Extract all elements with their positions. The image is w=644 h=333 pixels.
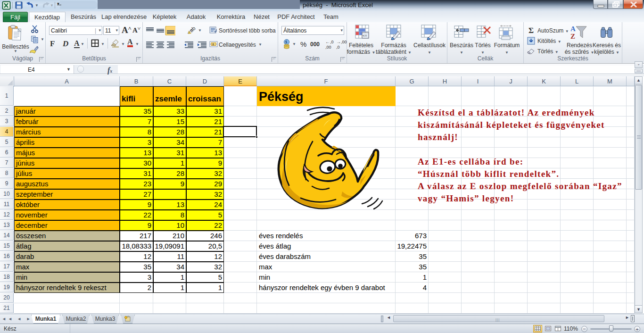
svg-text:<=: <= (363, 33, 367, 38)
svg-text:$: $ (285, 40, 287, 44)
svg-text:a: a (212, 42, 214, 46)
svg-text:Z: Z (570, 33, 575, 40)
svg-text:A: A (570, 25, 576, 33)
